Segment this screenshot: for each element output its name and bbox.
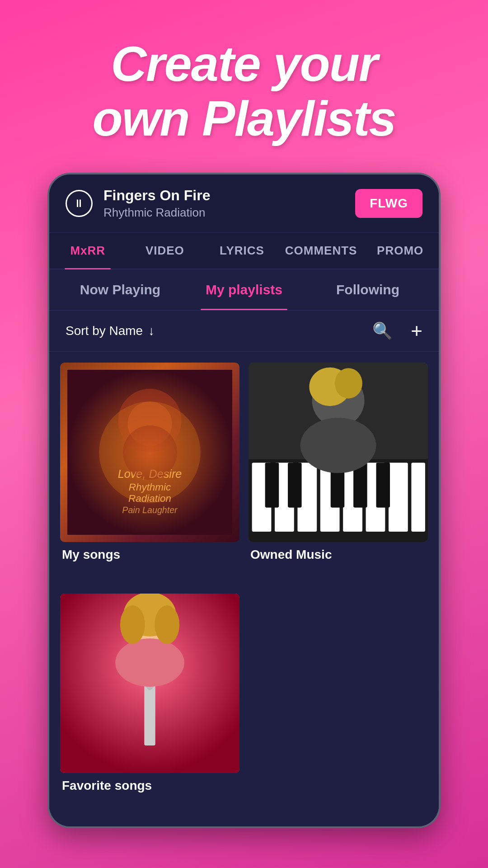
svg-point-37 [155,605,179,644]
phone-frame: ⏸ Fingers On Fire Rhythmic Radiation FLW… [47,173,441,828]
track-info: Fingers On Fire Rhythmic Radiation [103,187,210,220]
hero-text: Create your own Playlists [66,36,423,146]
svg-text:Pain Laughter: Pain Laughter [122,505,178,515]
track-artist: Rhythmic Radiation [103,206,210,220]
now-playing-left: ⏸ Fingers On Fire Rhythmic Radiation [66,187,210,220]
playlist-name-owned: Owned Music [249,547,428,562]
sort-label-text: Sort by Name [66,324,143,338]
playlist-art-fav [60,594,239,773]
playlist-art-mysongs: Love, Desire Rhythmic Radiation Pain Lau… [60,363,239,542]
playlist-item-fav[interactable]: Favorite songs [60,594,239,816]
tab-bar: MxRR VIDEO LYRICS COMMENTS PROMO [49,233,439,269]
svg-rect-18 [265,462,279,507]
svg-point-24 [300,418,376,473]
track-title: Fingers On Fire [103,187,210,204]
playlist-item-mysongs[interactable]: Love, Desire Rhythmic Radiation Pain Lau… [60,363,239,585]
svg-point-36 [120,605,145,644]
playlist-name-mysongs: My songs [60,547,239,562]
sort-arrow-icon: ↓ [148,324,155,338]
playlist-item-owned[interactable]: Owned Music [249,363,428,585]
svg-point-26 [335,368,362,398]
toolbar-icons: 🔍 + [372,320,422,342]
playlist-name-fav: Favorite songs [60,778,239,793]
playlist-thumb-mysongs: Love, Desire Rhythmic Radiation Pain Lau… [60,363,239,542]
sub-tab-bar: Now Playing My playlists Following [49,269,439,311]
playlist-art-owned [249,363,428,542]
add-playlist-icon[interactable]: + [411,320,422,342]
playlist-grid: Love, Desire Rhythmic Radiation Pain Lau… [49,352,439,826]
follow-button[interactable]: FLWG [355,189,422,218]
svg-rect-22 [376,462,390,507]
hero-line2: own Playlists [93,91,396,146]
tab-mxrr[interactable]: MxRR [49,233,127,269]
svg-rect-16 [389,462,408,532]
sort-control[interactable]: Sort by Name ↓ [66,324,155,338]
pause-icon: ⏸ [74,197,84,210]
svg-text:Love, Desire: Love, Desire [118,467,182,480]
toolbar: Sort by Name ↓ 🔍 + [49,311,439,352]
svg-text:Radiation: Radiation [128,493,171,504]
tab-promo[interactable]: PROMO [361,233,439,269]
tab-video[interactable]: VIDEO [127,233,204,269]
now-playing-bar: ⏸ Fingers On Fire Rhythmic Radiation FLW… [49,175,439,233]
subtab-myplaylists[interactable]: My playlists [182,269,306,310]
subtab-following[interactable]: Following [306,269,430,310]
svg-point-34 [115,638,184,687]
search-icon[interactable]: 🔍 [372,321,393,340]
svg-text:Rhythmic: Rhythmic [129,481,171,493]
playlist-thumb-owned [249,363,428,542]
tab-lyrics[interactable]: LYRICS [203,233,281,269]
svg-rect-19 [288,462,302,507]
subtab-nowplaying[interactable]: Now Playing [58,269,182,310]
hero-line1: Create your [93,36,396,91]
tab-comments[interactable]: COMMENTS [281,233,362,269]
playlist-thumb-fav [60,594,239,773]
svg-rect-17 [411,462,425,532]
pause-button[interactable]: ⏸ [66,190,93,217]
